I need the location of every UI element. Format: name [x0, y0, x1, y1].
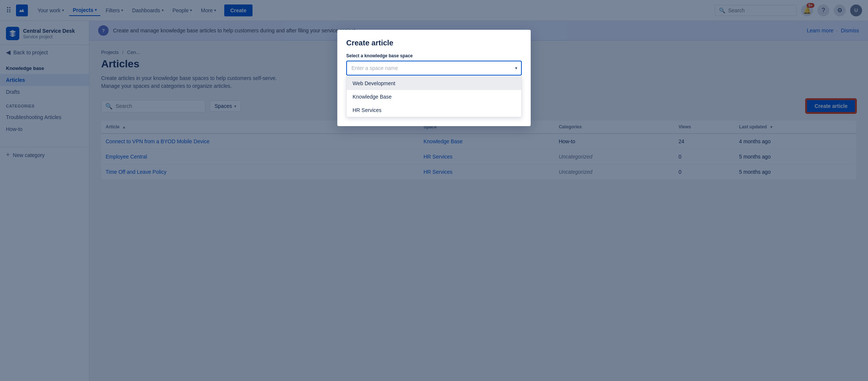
modal-field-label: Select a knowledge base space: [346, 53, 522, 58]
dropdown-item[interactable]: Web Development: [347, 77, 521, 90]
modal-title: Create article: [346, 39, 522, 47]
space-dropdown: Web DevelopmentKnowledge BaseHR Services: [346, 76, 522, 117]
modal-body: Select a knowledge base space ▾ Web Deve…: [337, 53, 531, 117]
modal-header: Create article: [337, 30, 531, 53]
modal-overlay[interactable]: Create article Select a knowledge base s…: [0, 0, 868, 381]
space-name-input[interactable]: [346, 61, 522, 76]
dropdown-item[interactable]: HR Services: [347, 103, 521, 117]
create-article-modal: Create article Select a knowledge base s…: [337, 30, 531, 126]
dropdown-item[interactable]: Knowledge Base: [347, 90, 521, 103]
modal-input-wrap: ▾: [346, 61, 522, 76]
